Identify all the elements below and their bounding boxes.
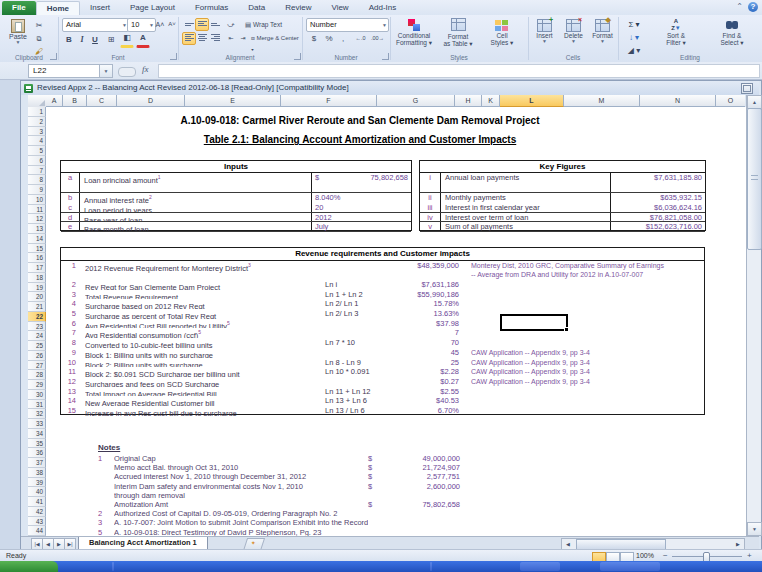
row-header[interactable]: 14 (28, 234, 46, 244)
row-header[interactable]: 13 (28, 224, 46, 234)
row-header[interactable]: 41 (28, 497, 46, 507)
font-dialog-launcher[interactable] (170, 53, 177, 60)
scroll-up-icon[interactable]: ▲ (747, 95, 762, 109)
ribbon-tab[interactable]: File (2, 1, 36, 15)
number-dialog-launcher[interactable] (382, 53, 389, 60)
format-cells-button[interactable]: ◆ Format▼ (589, 19, 616, 43)
column-header[interactable]: E (185, 95, 281, 107)
zoom-level[interactable]: 100% (636, 552, 654, 559)
minimize-ribbon-icon[interactable]: ⌃ (736, 2, 743, 12)
cell-styles-button[interactable]: Cell Styles ▾ (480, 18, 524, 46)
scroll-down-icon[interactable]: ▼ (747, 522, 762, 536)
align-bottom-icon[interactable] (208, 18, 222, 31)
comma-style-icon[interactable]: , (336, 32, 350, 45)
row-header[interactable]: 22 (28, 312, 46, 322)
key-figures-row[interactable]: ii Monthly payments $635,932.15 (420, 193, 705, 203)
wrap-text-button[interactable]: ▤ Wrap Text (244, 18, 300, 31)
ribbon-tab[interactable]: View (321, 1, 358, 15)
impacts-row[interactable]: 15 Increase in avg Res cust bill due to … (61, 406, 704, 416)
selected-cell-L22[interactable] (500, 314, 568, 331)
row-header[interactable]: 28 (28, 370, 46, 380)
fill-color-icon[interactable]: ◧ (120, 33, 134, 48)
ribbon-tab[interactable]: Data (238, 1, 275, 15)
key-figures-row[interactable]: iv Interest over term of loan $76,821,05… (420, 213, 705, 223)
impacts-row[interactable]: 10 Block 2: Billing units with surcharge… (61, 358, 704, 368)
column-header[interactable]: H (455, 95, 482, 107)
row-header[interactable]: 16 (28, 253, 46, 263)
column-header[interactable]: B (63, 95, 87, 107)
paste-button[interactable]: Paste ▼ (4, 18, 32, 45)
autosum-icon[interactable]: Σ ▾ (624, 18, 644, 31)
row-header[interactable]: 3 (28, 127, 46, 137)
row-header[interactable]: 20 (28, 292, 46, 302)
borders-icon[interactable]: ⊞ (104, 33, 118, 46)
row-header[interactable]: 17 (28, 263, 46, 273)
ribbon-tab[interactable]: Formulas (185, 1, 238, 15)
increase-indent-icon[interactable]: ⇥ (236, 32, 250, 45)
row-header[interactable]: 29 (28, 380, 46, 390)
impacts-row[interactable]: 9 Block 1: Billing units with no surchar… (61, 348, 704, 358)
align-top-icon[interactable] (182, 18, 196, 31)
zoom-in-icon[interactable]: + (747, 551, 752, 560)
bold-button[interactable]: B (62, 33, 76, 46)
clipboard-dialog-launcher[interactable] (50, 53, 57, 60)
inputs-row[interactable] (61, 183, 411, 193)
row-header[interactable]: 33 (28, 419, 46, 429)
note-row[interactable]: Memo acct Bal. through Oct 31, 2010 $ 21… (98, 463, 460, 472)
row-header[interactable]: 44 (28, 526, 46, 536)
note-row[interactable]: Interim Dam safety and environmental cos… (98, 482, 460, 491)
align-middle-icon[interactable] (195, 18, 209, 31)
vertical-scrollbar[interactable]: ▲ ▼ (746, 95, 761, 536)
italic-button[interactable]: I (75, 33, 89, 46)
delete-cells-button[interactable]: × Delete▼ (560, 19, 587, 43)
row-header[interactable]: 21 (28, 302, 46, 312)
align-right-icon[interactable] (208, 32, 222, 45)
note-row[interactable]: Amotization Amt $ 75,802,658 (98, 500, 460, 509)
note-row[interactable]: through dam removal (98, 491, 460, 500)
row-header[interactable]: 19 (28, 283, 46, 293)
impacts-row[interactable]: 6 Avg Residential Cust Bill reported by … (61, 319, 704, 329)
shrink-font-icon[interactable]: A˅ (165, 18, 179, 31)
column-header[interactable]: D (117, 95, 185, 107)
row-header[interactable]: 9 (28, 185, 46, 195)
inputs-row[interactable]: a Loan principal amount1 $75,802,658 (61, 173, 411, 183)
row-header[interactable]: 15 (28, 244, 46, 254)
row-header[interactable]: 8 (28, 175, 46, 185)
key-figures-row[interactable]: v Sum of all payments $152,623,716.00 (420, 222, 705, 232)
row-header[interactable]: 1 (28, 107, 46, 117)
column-header[interactable]: C (87, 95, 117, 107)
row-header[interactable]: 18 (28, 273, 46, 283)
inputs-row[interactable]: b Annual interest rate2 8.040% (61, 193, 411, 203)
row-header[interactable]: 43 (28, 517, 46, 527)
column-header[interactable]: A (46, 95, 63, 107)
impacts-row[interactable]: 12 Surcharges and fees on SCD Surcharge … (61, 377, 704, 387)
taskbar-item[interactable] (520, 562, 560, 571)
ribbon-tab[interactable]: Page Layout (120, 1, 185, 15)
impacts-row[interactable]: 1 2012 Revenue Requirement for Monterey … (61, 261, 704, 280)
copy-icon[interactable]: ⧉ (32, 32, 46, 45)
impacts-row[interactable]: 7 Avg Residential consumption (ccf)5 7 (61, 328, 704, 338)
conditional-formatting-button[interactable]: Conditional Formatting ▾ (392, 18, 436, 46)
ribbon-tab[interactable]: Add-Ins (359, 1, 407, 15)
row-header[interactable]: 27 (28, 361, 46, 371)
row-header[interactable]: 10 (28, 195, 46, 205)
note-row[interactable]: 3 A. 10-7-007: Joint Motion to submit Jo… (98, 518, 460, 527)
key-figures-row[interactable]: i Annual loan payments $7,631,185.80 (420, 173, 705, 183)
scroll-left-icon[interactable]: ◀ (563, 539, 573, 549)
row-header[interactable]: 7 (28, 166, 46, 176)
note-row[interactable]: Accrued interest Nov 1, 2010 through Dec… (98, 472, 460, 481)
row-header[interactable]: 25 (28, 341, 46, 351)
name-box-dropdown-icon[interactable]: ▼ (99, 64, 113, 78)
start-button[interactable] (0, 561, 58, 572)
cut-icon[interactable]: ✂ (32, 19, 46, 32)
percent-style-icon[interactable]: % (322, 32, 336, 45)
font-color-icon[interactable]: A (136, 33, 150, 48)
inputs-row[interactable]: e Base month of loan July (61, 222, 411, 232)
key-figures-row[interactable]: iii Interest in first calendar year $6,0… (420, 203, 705, 213)
row-header[interactable]: 4 (28, 136, 46, 146)
impacts-row[interactable]: 3 Total Revenue Requirement Ln 1 + Ln 2 … (61, 290, 704, 300)
note-row[interactable]: 1 Original Cap $ 49,000,000 (98, 454, 460, 463)
number-format-combo[interactable]: Number▼ (306, 18, 389, 32)
ribbon-tab[interactable]: Review (275, 1, 321, 15)
align-center-icon[interactable] (195, 32, 209, 45)
